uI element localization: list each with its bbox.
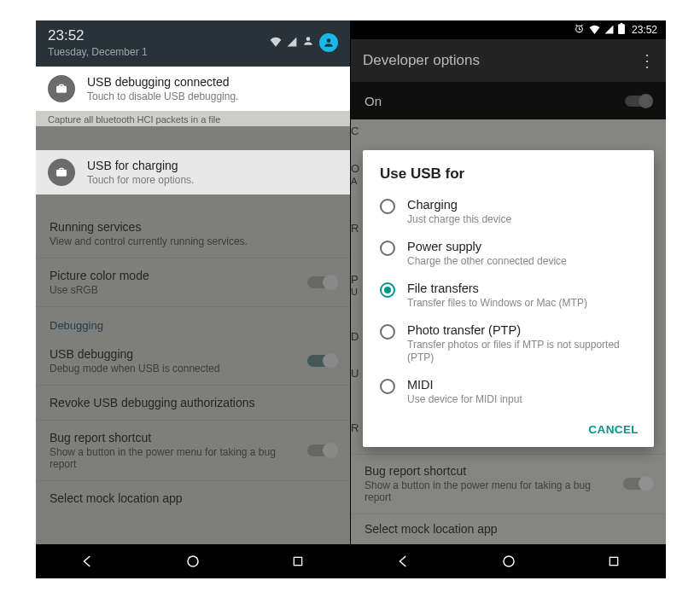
nav-home-button[interactable] xyxy=(184,553,201,570)
clock-text: 23:52 xyxy=(48,27,148,44)
option-subtitle: Just charge this device xyxy=(407,213,511,226)
briefcase-icon xyxy=(48,75,75,102)
radio-button[interactable] xyxy=(380,379,395,394)
radio-button[interactable] xyxy=(380,282,395,298)
notification-subtitle: Touch for more options. xyxy=(87,174,194,186)
alarm-icon xyxy=(574,22,585,38)
nav-home-button[interactable] xyxy=(500,553,517,570)
notification-title: USB for charging xyxy=(87,159,194,172)
svg-point-0 xyxy=(188,556,198,566)
status-bar: 23:52 xyxy=(351,20,666,39)
notification-usb-charging[interactable]: USB for charging Touch for more options. xyxy=(36,150,350,194)
usb-option-midi[interactable]: MIDIUse device for MIDI input xyxy=(363,371,654,413)
svg-rect-4 xyxy=(610,557,617,565)
date-text: Tuesday, December 1 xyxy=(48,46,148,58)
developer-options-master-switch[interactable]: On xyxy=(351,82,666,119)
radio-button[interactable] xyxy=(380,199,395,214)
switch-label: On xyxy=(365,94,382,108)
option-title: File transfers xyxy=(407,282,587,295)
notification-panel: 23:52 Tuesday, December 1 USB debugging … xyxy=(36,20,350,194)
switch-toggle[interactable] xyxy=(625,96,652,107)
option-subtitle: Use device for MIDI input xyxy=(407,393,522,406)
radio-button[interactable] xyxy=(380,324,395,340)
svg-point-3 xyxy=(504,556,514,566)
option-subtitle: Charge the other connected device xyxy=(407,255,567,268)
option-subtitle: Transfer photos or files if MTP is not s… xyxy=(407,339,637,364)
wifi-icon xyxy=(589,22,600,38)
app-bar-title: Developer options xyxy=(363,52,480,69)
battery-icon xyxy=(618,22,625,38)
nav-back-button[interactable] xyxy=(79,553,96,570)
notification-usb-debugging[interactable]: USB debugging connected Touch to disable… xyxy=(36,67,350,111)
use-usb-dialog: Use USB for ChargingJust charge this dev… xyxy=(363,150,654,447)
status-time: 23:52 xyxy=(632,24,657,36)
nav-bar xyxy=(351,544,666,578)
briefcase-icon xyxy=(48,159,75,186)
overflow-menu-button[interactable]: ⋮ xyxy=(639,50,654,71)
dialog-title: Use USB for xyxy=(363,165,654,191)
person-icon xyxy=(302,35,314,50)
signal-icon xyxy=(287,35,297,50)
usb-option-file-transfers[interactable]: File transfersTransfer files to Windows … xyxy=(363,275,654,316)
avatar[interactable] xyxy=(319,33,338,52)
notification-title: USB debugging connected xyxy=(87,75,238,89)
cancel-button[interactable]: CANCEL xyxy=(588,423,639,436)
option-subtitle: Transfer files to Windows or Mac (MTP) xyxy=(407,297,587,310)
option-title: Power supply xyxy=(407,240,567,253)
status-bar-expanded: 23:52 Tuesday, December 1 xyxy=(36,20,350,67)
radio-button[interactable] xyxy=(380,241,395,256)
notification-subtitle: Touch to disable USB debugging. xyxy=(87,90,238,102)
option-title: MIDI xyxy=(407,378,522,392)
option-title: Charging xyxy=(407,198,511,212)
signal-icon xyxy=(604,22,614,38)
usb-option-charging[interactable]: ChargingJust charge this device xyxy=(363,191,654,233)
wifi-icon xyxy=(270,35,282,50)
usb-option-photo-transfer-ptp-[interactable]: Photo transfer (PTP)Transfer photos or f… xyxy=(363,316,654,371)
usb-option-power-supply[interactable]: Power supplyCharge the other connected d… xyxy=(363,233,654,275)
captured-setting-peek: Capture all bluetooth HCI packets in a f… xyxy=(36,111,350,126)
nav-bar xyxy=(36,544,350,578)
nav-recents-button[interactable] xyxy=(605,553,622,570)
option-title: Photo transfer (PTP) xyxy=(407,323,637,337)
app-bar: Developer options ⋮ xyxy=(351,39,666,82)
svg-rect-1 xyxy=(294,557,301,565)
nav-back-button[interactable] xyxy=(395,553,412,570)
nav-recents-button[interactable] xyxy=(289,553,306,570)
